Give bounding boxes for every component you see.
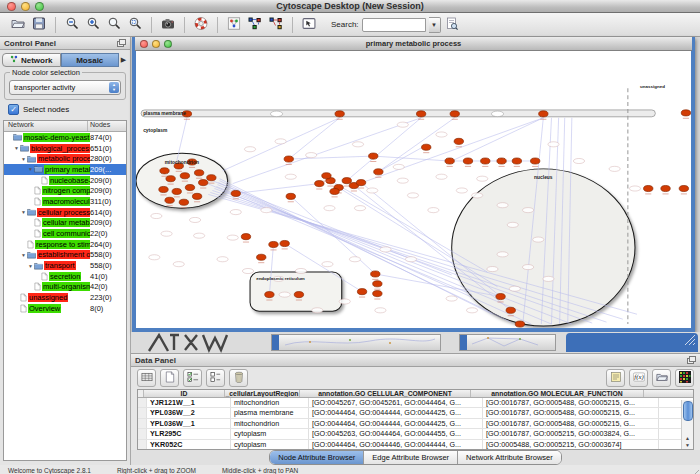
tree-row-cell-communicat[interactable]: cell communicat22(0) xyxy=(4,228,126,239)
select-attributes-button[interactable] xyxy=(183,369,202,387)
tree-row-response-to-stimulu[interactable]: response to stimulu264(0) xyxy=(4,239,126,250)
table-row[interactable]: YJR121W__1mitochondrion[GO:0045267, GO:0… xyxy=(138,398,693,408)
zoom-selected-button[interactable] xyxy=(126,16,144,33)
node-label-oval xyxy=(217,257,228,262)
column-header-3[interactable]: annotation.GO CELLULAR_COMPONENT xyxy=(300,390,471,397)
layout-red-button[interactable] xyxy=(267,16,285,33)
zoom-in-button[interactable] xyxy=(84,16,102,33)
tree-row-establishment-of-lo[interactable]: ▼establishment of lo558(0) xyxy=(4,250,126,261)
node-label-oval xyxy=(339,299,350,304)
toolbar-group-5 xyxy=(220,16,290,33)
tree-row-primary-metabo[interactable]: ▼primary metabo209(... xyxy=(4,164,126,175)
tab-node-attribute-browser[interactable]: Node Attribute Browser xyxy=(270,451,364,464)
tree-row-multi-organism-pro[interactable]: multi-organism pro42(0) xyxy=(4,282,126,293)
combo-stepper-icon: ▲▼ xyxy=(109,82,119,93)
column-header-1[interactable]: ID xyxy=(144,390,225,397)
network-view-window[interactable]: primary metabolic process plasma membran… xyxy=(132,37,695,332)
zoom-fit-button[interactable] xyxy=(105,16,123,33)
tab-scroll-right-icon[interactable]: ▶ xyxy=(119,56,128,64)
node-label-oval xyxy=(548,142,559,147)
tree-row-macromolecule[interactable]: macromolecule311(0) xyxy=(4,196,126,207)
tree-row-transport[interactable]: ▼transport558(0) xyxy=(4,260,126,271)
file-icon xyxy=(27,240,34,249)
toolbar-separator xyxy=(55,17,56,33)
tree-row-node-count: 614(0) xyxy=(90,208,126,217)
node-label-oval xyxy=(472,193,483,198)
function-builder-button[interactable]: f(x) xyxy=(629,369,648,387)
table-row[interactable]: YLR295Ccytoplasm[GO:0045263, GO:0044464,… xyxy=(138,429,693,439)
main-toolbar: Search: ▼ xyxy=(0,13,700,37)
search-dropdown-arrow-icon[interactable]: ▼ xyxy=(429,17,441,33)
scrollbar-arrows[interactable]: ▲▼ xyxy=(682,435,693,449)
tree-row-cellular-metabo[interactable]: cellular metabo209(0) xyxy=(4,218,126,229)
network-overview-button[interactable] xyxy=(225,16,243,33)
tree-row-nitrogen-compo[interactable]: nitrogen compo209(0) xyxy=(4,185,126,196)
tree-row-label: transport xyxy=(44,261,76,270)
tree-row-node-count: 280(0) xyxy=(90,154,126,163)
table-mode-button[interactable] xyxy=(137,369,156,387)
zoom-out-button[interactable] xyxy=(63,16,81,33)
background-window-2[interactable] xyxy=(459,334,556,351)
column-header-2[interactable]: _cellularLayoutRegion xyxy=(225,390,300,397)
layout-blue-icon xyxy=(248,16,262,34)
table-row[interactable]: YPL036W__1mitochondrion[GO:0044464, GO:0… xyxy=(138,419,693,429)
tree-row-overview[interactable]: Overview8(0) xyxy=(4,303,126,314)
tree-row-nucleobase-[interactable]: nucleobase-209(0) xyxy=(4,175,126,186)
tree-row-metabolic-process[interactable]: ▼metabolic process280(0) xyxy=(4,153,126,164)
tree-row-label: macromolecule xyxy=(42,197,90,206)
table-row[interactable]: YKR052Ccytoplasm[GO:0044464, GO:0044446,… xyxy=(138,440,693,450)
tree-row-unassigned[interactable]: unassigned223(0) xyxy=(4,292,126,303)
data-panel-float-icon[interactable] xyxy=(687,356,696,364)
background-window-1[interactable] xyxy=(271,334,441,351)
scrollbar-thumb[interactable] xyxy=(683,401,693,421)
unselect-attributes-button[interactable] xyxy=(206,369,225,387)
mitochondrion-label: mitochondrion xyxy=(165,160,199,165)
tab-network-attribute-browser[interactable]: Network Attribute Browser xyxy=(458,451,561,464)
window-resize-grip[interactable] xyxy=(690,466,699,474)
save-session-button[interactable] xyxy=(30,16,48,33)
tree-row-label: nitrogen compo xyxy=(42,186,90,195)
tree-row-label: cell communicat xyxy=(42,229,90,238)
float-panel-icon[interactable] xyxy=(117,39,126,47)
annotation-button[interactable] xyxy=(300,16,318,33)
network-node xyxy=(506,307,515,313)
node-label-oval xyxy=(573,158,584,163)
help-ring-button[interactable] xyxy=(192,16,210,33)
background-window-3-titlebar[interactable] xyxy=(566,333,698,352)
layout-blue-button[interactable] xyxy=(246,16,264,33)
select-nodes-checkbox[interactable]: ✓ xyxy=(8,104,19,115)
network-canvas[interactable]: plasma membranecytoplasmmitochondrionnuc… xyxy=(136,51,691,328)
node-label-oval xyxy=(349,257,360,262)
new-attribute-button[interactable] xyxy=(160,369,179,387)
delete-attribute-button[interactable] xyxy=(229,369,248,387)
table-row[interactable]: YPL036W__2plasma membrane[GO:0044464, GO… xyxy=(138,408,693,418)
network-edge xyxy=(223,118,340,171)
search-options-button[interactable] xyxy=(443,16,461,33)
tree-row-secretion[interactable]: secretion41(0) xyxy=(4,271,126,282)
tree-row-mosaic-demo-yeast[interactable]: mosaic-demo-yeast874(0) xyxy=(4,132,126,143)
tab-network[interactable]: Network xyxy=(2,53,61,67)
notes-button[interactable] xyxy=(606,369,625,387)
table-cell: [GO:0045267, GO:0045261, GO:0044464, G..… xyxy=(309,398,483,407)
tree-column-header[interactable]: Network Nodes xyxy=(4,121,126,132)
tree-row-cellular-process[interactable]: ▼cellular process614(0) xyxy=(4,207,126,218)
network-node xyxy=(481,158,490,164)
import-attributes-button[interactable] xyxy=(652,369,671,387)
node-label-oval xyxy=(261,208,272,213)
heatmap-button[interactable] xyxy=(675,369,694,387)
attribute-table-header[interactable]: ID_cellularLayoutRegionannotation.GO CEL… xyxy=(138,390,693,398)
snapshot-button[interactable] xyxy=(159,16,177,33)
tree-col-network[interactable]: Network xyxy=(4,121,88,131)
column-header-4[interactable]: annotation.GO MOLECULAR_FUNCTION xyxy=(471,390,644,397)
node-color-select[interactable]: transporter activity ▲▼ xyxy=(9,80,121,95)
tab-edge-attribute-browser[interactable]: Edge Attribute Browser xyxy=(364,451,458,464)
table-vertical-scrollbar[interactable]: ▲▼ xyxy=(681,400,693,449)
tree-row-label: primary metabo xyxy=(44,165,90,174)
tree-row-biological-process[interactable]: ▼biological_process651(0) xyxy=(4,143,126,154)
open-session-button[interactable] xyxy=(9,16,27,33)
tab-mosaic[interactable]: Mosaic xyxy=(61,53,120,67)
network-window-titlebar[interactable]: primary metabolic process xyxy=(135,37,692,51)
cytoplasm-label: cytoplasm xyxy=(143,128,167,133)
search-input[interactable] xyxy=(362,18,426,32)
tree-col-nodes[interactable]: Nodes xyxy=(88,121,126,131)
